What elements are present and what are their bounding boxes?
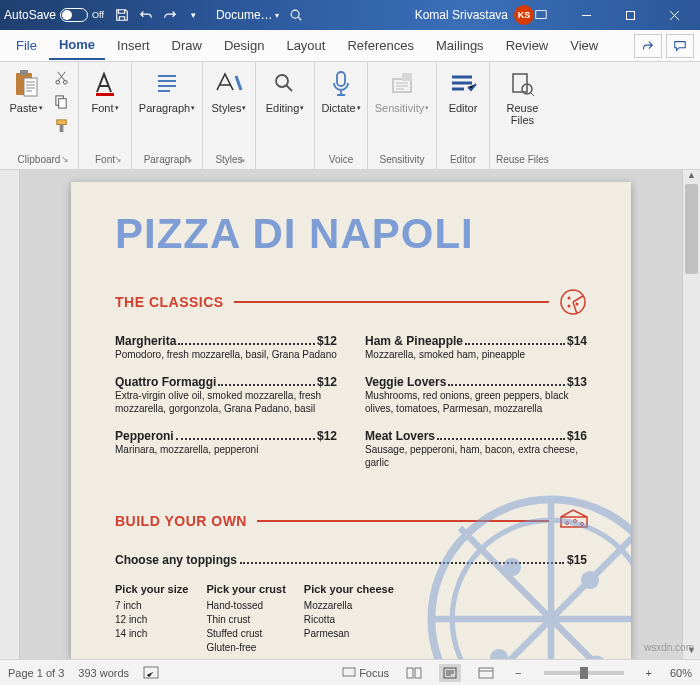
watermark-text: wsxdn.com [644,642,694,653]
sensitivity-button: Sensitivity▾ [374,66,430,116]
page-scroll[interactable]: PIZZA DI NAPOLI THE CLASSICS Margherita … [20,170,682,659]
dialog-launcher-icon[interactable]: ↘ [60,154,70,164]
svg-rect-1 [536,11,547,19]
undo-icon[interactable] [138,7,154,23]
group-clipboard: Paste▾ Clipboard↘ [0,62,79,169]
svg-rect-17 [513,74,527,92]
window-controls [564,1,696,29]
focus-mode[interactable]: Focus [342,667,389,679]
share-icon[interactable] [634,34,662,58]
save-icon[interactable] [114,7,130,23]
svg-rect-37 [479,668,493,678]
svg-point-27 [576,303,579,306]
qat-more-icon[interactable]: ▾ [186,7,202,23]
close-button[interactable] [652,1,696,29]
pizza-watermark-icon [421,489,631,659]
dictate-button[interactable]: Dictate▾ [321,66,361,116]
autosave-toggle[interactable]: AutoSave Off [4,8,104,22]
svg-point-22 [581,571,599,589]
svg-rect-4 [20,70,28,75]
svg-rect-5 [24,78,37,96]
dialog-launcher-icon[interactable]: ↘ [184,154,194,164]
vertical-ruler[interactable] [0,170,20,659]
minimize-button[interactable] [564,1,608,29]
tab-review[interactable]: Review [496,32,559,59]
page-indicator[interactable]: Page 1 of 3 [8,667,64,679]
tab-design[interactable]: Design [214,32,274,59]
svg-point-21 [503,558,521,576]
print-layout-icon[interactable] [439,664,461,682]
format-painter-icon[interactable] [52,116,70,134]
svg-rect-34 [407,668,413,678]
tab-mailings[interactable]: Mailings [426,32,494,59]
document-name[interactable]: Docume… [216,8,273,22]
styles-button[interactable]: Styles▾ [209,66,249,116]
scrollbar-thumb[interactable] [685,184,698,274]
user-account[interactable]: Komal Srivastava KS [415,5,534,25]
group-sensitivity: Sensitivity▾ Sensitivity [368,62,437,169]
dialog-launcher-icon[interactable]: ↘ [237,154,247,164]
search-icon[interactable] [289,8,303,22]
redo-icon[interactable] [162,7,178,23]
copy-icon[interactable] [52,92,70,110]
autosave-state: Off [92,10,104,20]
group-editing: Editing▾ [256,62,315,169]
build-column: Pick your crustHand-tossedThin crustStuf… [206,583,285,655]
pizza-slice-icon [559,288,587,316]
svg-point-0 [291,10,299,18]
build-column: Pick your cheeseMozzarellaRicottaParmesa… [304,583,394,655]
dialog-launcher-icon[interactable]: ↘ [113,154,123,164]
tab-file[interactable]: File [6,32,47,59]
toggle-switch-icon [60,8,88,22]
paragraph-icon [151,68,183,100]
zoom-slider[interactable] [544,671,624,675]
spelling-icon[interactable] [143,666,159,680]
tab-insert[interactable]: Insert [107,32,160,59]
zoom-out-button[interactable]: − [511,667,525,679]
group-font: Font▾ Font↘ [79,62,132,169]
maximize-button[interactable] [608,1,652,29]
autosave-label: AutoSave [4,8,56,22]
classics-columns: Margherita $12Pomodoro, fresh mozzarella… [115,334,587,483]
svg-rect-14 [337,72,345,86]
titlebar: AutoSave Off ▾ Docume… ▾ Komal Srivastav… [0,0,700,30]
paste-button[interactable]: Paste▾ [6,66,46,116]
svg-rect-32 [144,667,158,678]
tab-references[interactable]: References [337,32,423,59]
group-styles: Styles▾ Styles↘ [203,62,256,169]
svg-point-28 [568,305,571,308]
menu-item: Pepperoni $12Marinara, mozzarella, peppe… [115,429,337,456]
vertical-scrollbar[interactable]: ▲ ▼ [682,170,700,659]
zoom-level[interactable]: 60% [670,667,692,679]
cut-icon[interactable] [52,68,70,86]
menu-item: Quattro Formaggi $12Extra-virgin olive o… [115,375,337,415]
svg-point-23 [490,649,508,659]
comments-icon[interactable] [666,34,694,58]
editor-icon [447,68,479,100]
zoom-in-button[interactable]: + [642,667,656,679]
reuse-files-button[interactable]: Reuse Files [502,66,542,128]
microphone-icon [325,68,357,100]
status-bar: Page 1 of 3 393 words Focus − + 60% [0,659,700,685]
scroll-up-icon[interactable]: ▲ [683,170,700,184]
page[interactable]: PIZZA DI NAPOLI THE CLASSICS Margherita … [71,182,631,659]
paragraph-button[interactable]: Paragraph▾ [138,66,196,116]
ribbon-display-icon[interactable] [534,8,564,22]
font-button[interactable]: Font▾ [85,66,125,116]
web-layout-icon[interactable] [475,664,497,682]
editor-button[interactable]: Editor [443,66,483,116]
read-mode-icon[interactable] [403,664,425,682]
svg-point-26 [568,297,571,300]
svg-point-20 [452,520,631,659]
tab-view[interactable]: View [560,32,608,59]
word-count[interactable]: 393 words [78,667,129,679]
tab-home[interactable]: Home [49,31,105,60]
editing-button[interactable]: Editing▾ [262,66,308,116]
tab-layout[interactable]: Layout [276,32,335,59]
svg-rect-10 [56,119,65,124]
tab-draw[interactable]: Draw [162,32,212,59]
page-title: PIZZA DI NAPOLI [115,210,587,258]
paste-icon [10,68,42,100]
font-icon [89,68,121,100]
ribbon: Paste▾ Clipboard↘ Font▾ Font↘ Paragraph▾ [0,62,700,170]
